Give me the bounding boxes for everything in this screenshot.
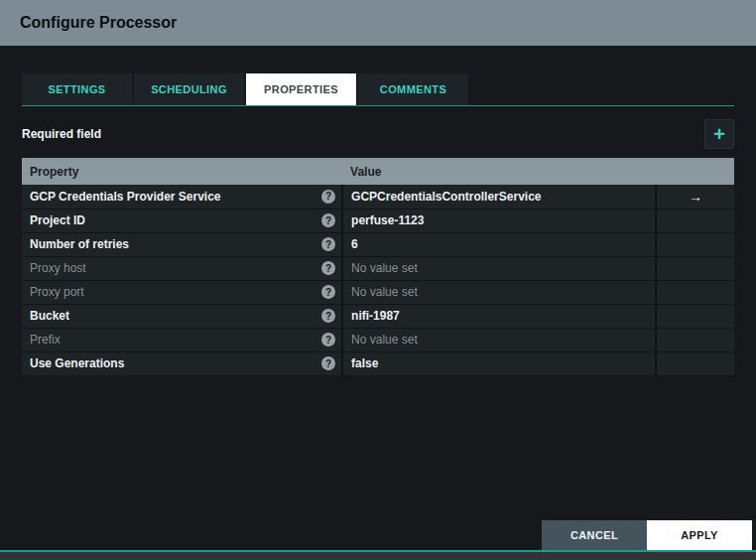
value-cell[interactable]: false [342,351,656,375]
property-name: Project ID [30,213,85,227]
properties-toolbar: Required field + [22,118,734,150]
value-cell[interactable]: nifi-1987 [342,304,656,328]
table-row[interactable]: Project ID ? perfuse-1123 [22,209,734,232]
configure-processor-dialog: Configure Processor SETTINGS SCHEDULING … [0,0,756,552]
help-icon[interactable]: ? [321,333,335,347]
properties-table: Property Value GCP Credentials Provider … [22,158,734,376]
go-to-service-icon[interactable]: → [689,189,702,205]
property-name: Proxy port [30,285,84,299]
dialog-title: Configure Processor [20,14,177,32]
arrow-cell [656,328,734,351]
table-row[interactable]: Bucket ? nifi-1987 [22,304,734,328]
help-icon[interactable]: ? [321,190,335,204]
add-property-button[interactable]: + [704,119,734,149]
tab-bar: SETTINGS SCHEDULING PROPERTIES COMMENTS [22,73,734,106]
tab-settings[interactable]: SETTINGS [22,73,132,105]
value-cell[interactable]: perfuse-1123 [342,209,656,232]
property-cell: Number of retries ? [22,232,342,256]
dialog-footer: CANCEL APPLY [542,520,752,550]
value-cell[interactable]: No value set [342,256,656,280]
arrow-cell [656,351,734,375]
value-cell[interactable]: 6 [342,232,656,256]
value-cell[interactable]: No value set [342,328,656,351]
arrow-cell [656,256,734,280]
table-row[interactable]: Proxy host ? No value set [22,256,734,280]
property-cell: Bucket ? [22,304,342,328]
table-row[interactable]: Proxy port ? No value set [22,280,734,304]
property-cell: Use Generations ? [22,351,342,375]
value-cell[interactable]: GCPCredentialsControllerService [342,185,656,209]
property-name: Bucket [30,309,69,323]
table-row[interactable]: Prefix ? No value set [22,328,734,351]
help-icon[interactable]: ? [321,309,335,323]
screen: Configure Processor SETTINGS SCHEDULING … [0,0,756,560]
apply-button[interactable]: APPLY [647,520,752,550]
help-icon[interactable]: ? [321,261,335,275]
tab-comments[interactable]: COMMENTS [358,73,468,105]
property-cell: Prefix ? [22,328,342,351]
table-header-row: Property Value [22,158,734,185]
dialog-content: SETTINGS SCHEDULING PROPERTIES COMMENTS … [0,73,756,376]
cancel-button[interactable]: CANCEL [542,520,647,550]
table-row[interactable]: Number of retries ? 6 [22,232,734,256]
arrow-cell [656,304,734,328]
arrow-cell [656,280,734,304]
dialog-header: Configure Processor [0,0,756,46]
help-icon[interactable]: ? [321,213,335,227]
arrow-cell [656,232,734,256]
property-column-header: Property [22,158,342,185]
property-name: Use Generations [30,356,124,370]
property-cell: Project ID ? [22,209,342,232]
plus-icon: + [713,123,725,146]
arrow-cell: → [656,185,734,209]
table-row[interactable]: Use Generations ? false [22,351,734,375]
property-name: GCP Credentials Provider Service [30,190,221,204]
property-name: Proxy host [30,261,86,275]
value-cell[interactable]: No value set [342,280,656,304]
table-row[interactable]: GCP Credentials Provider Service ? GCPCr… [22,185,734,209]
property-name: Number of retries [30,237,129,251]
help-icon[interactable]: ? [321,237,335,251]
tab-properties[interactable]: PROPERTIES [246,73,356,105]
required-field-label: Required field [22,127,101,141]
tab-scheduling[interactable]: SCHEDULING [134,73,244,105]
property-cell: GCP Credentials Provider Service ? [22,185,342,209]
value-column-header: Value [342,158,734,185]
property-cell: Proxy host ? [22,256,342,280]
help-icon[interactable]: ? [321,356,335,370]
property-name: Prefix [30,333,61,347]
arrow-cell [656,209,734,232]
help-icon[interactable]: ? [321,285,335,299]
property-cell: Proxy port ? [22,280,342,304]
